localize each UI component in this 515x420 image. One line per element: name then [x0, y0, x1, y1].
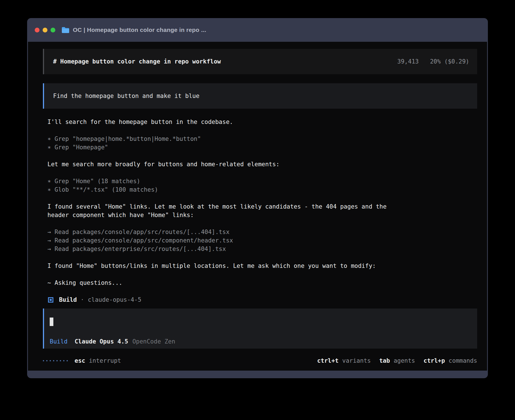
- blank-line: [47, 194, 477, 202]
- terminal-content: # Homepage button color change in repo w…: [28, 42, 487, 371]
- tool-call-line: → Read packages/console/app/src/routes/[…: [47, 228, 477, 236]
- input-agent-label[interactable]: Build: [50, 337, 67, 346]
- tool-call-line: ∗ Grep "Home" (18 matches): [47, 177, 477, 185]
- folder-icon: [62, 27, 69, 33]
- titlebar: OC | Homepage button color change in rep…: [28, 18, 487, 42]
- spinner-dot: [56, 360, 58, 361]
- status-bar: esc interrupt ctrl+tvariantstabagentsctr…: [43, 356, 477, 365]
- shortcut-label: agents: [394, 357, 415, 364]
- traffic-lights: [35, 28, 55, 32]
- session-title: # Homepage button color change in repo w…: [53, 58, 221, 65]
- spinner-dot: [53, 360, 54, 361]
- shortcut-hint: ctrl+pcommands: [424, 357, 477, 364]
- separator-dot: ·: [80, 296, 84, 303]
- session-header: # Homepage button color change in repo w…: [43, 49, 477, 74]
- title-group: OC | Homepage button color change in rep…: [62, 27, 206, 33]
- zoom-button[interactable]: [51, 28, 55, 32]
- tool-call-line: ∗ Grep "homepage|home.*button|Home.*butt…: [47, 135, 477, 143]
- shortcut-key: ctrl+p: [424, 357, 445, 364]
- task-model-label: claude-opus-4-5: [88, 296, 141, 303]
- tool-call-line: → Read packages/console/app/src/componen…: [47, 236, 477, 245]
- spinner-dot: [46, 360, 47, 361]
- tool-call-line: ∗ Grep "Homepage": [47, 143, 477, 152]
- text-cursor: [50, 318, 53, 326]
- shortcut-label: commands: [449, 357, 477, 364]
- blank-line: [47, 253, 477, 262]
- close-button[interactable]: [35, 28, 40, 32]
- message-line: ~ Asking questions...: [47, 279, 477, 287]
- shortcut-key: ctrl+t: [317, 357, 339, 364]
- context-usage: 20% ($0.29): [430, 58, 469, 65]
- shortcut-key: tab: [379, 357, 390, 364]
- task-status-row: Build · claude-opus-4-5: [43, 296, 477, 304]
- interrupt-label: interrupt: [89, 357, 121, 364]
- interrupt-hint: esc interrupt: [75, 357, 121, 364]
- spinner-dot: [67, 360, 68, 361]
- build-square-icon: [48, 297, 53, 303]
- window-title: OC | Homepage button color change in rep…: [73, 27, 206, 33]
- status-left: esc interrupt: [43, 357, 121, 364]
- blank-line: [47, 270, 477, 279]
- minimize-button[interactable]: [43, 28, 47, 32]
- desktop: { "window": { "title": "OC | Homepage bu…: [0, 0, 515, 420]
- shortcut-hint: ctrl+tvariants: [317, 357, 371, 364]
- spinner-dot: [50, 360, 51, 361]
- message-line: I found several "Home" links. Let me loo…: [47, 202, 477, 211]
- input-model-label[interactable]: Claude Opus 4.5: [75, 337, 128, 346]
- user-message: Find the homepage button and make it blu…: [43, 83, 477, 109]
- input-footer: Build Claude Opus 4.5 OpenCode Zen: [50, 337, 472, 346]
- esc-key-hint: esc: [75, 357, 85, 364]
- spinner-dots: [43, 360, 68, 361]
- message-line: Let me search more broadly for buttons a…: [47, 160, 477, 169]
- blank-line: [47, 152, 477, 160]
- blank-line: [47, 287, 477, 296]
- tool-call-line: ∗ Glob "**/*.tsx" (100 matches): [47, 185, 477, 194]
- message-line: I found "Home" buttons/links in multiple…: [47, 262, 477, 270]
- shortcut-group: ctrl+tvariantstabagentsctrl+pcommands: [317, 357, 477, 364]
- message-line: I'll search for the homepage button in t…: [47, 118, 477, 126]
- spinner-dot: [43, 360, 44, 361]
- shortcut-label: variants: [342, 357, 371, 364]
- shortcut-hint: tabagents: [379, 357, 415, 364]
- message-line: header component which have "Home" links…: [47, 211, 477, 219]
- user-message-text: Find the homepage button and make it blu…: [53, 93, 199, 99]
- blank-line: [47, 126, 477, 135]
- spinner-dot: [60, 360, 61, 361]
- input-area[interactable]: Build Claude Opus 4.5 OpenCode Zen: [43, 309, 477, 349]
- input-provider-label: OpenCode Zen: [132, 337, 175, 346]
- blank-line: [47, 169, 477, 177]
- token-count: 39,413: [397, 58, 419, 65]
- session-stats: 39,413 20% ($0.29): [397, 58, 469, 65]
- conversation: I'll search for the homepage button in t…: [43, 118, 477, 296]
- spinner-dot: [63, 360, 64, 361]
- blank-line: [47, 219, 477, 228]
- task-agent-label: Build: [59, 296, 77, 303]
- tool-call-line: → Read packages/enterprise/src/routes/[.…: [47, 245, 477, 253]
- terminal-window: OC | Homepage button color change in rep…: [27, 18, 488, 378]
